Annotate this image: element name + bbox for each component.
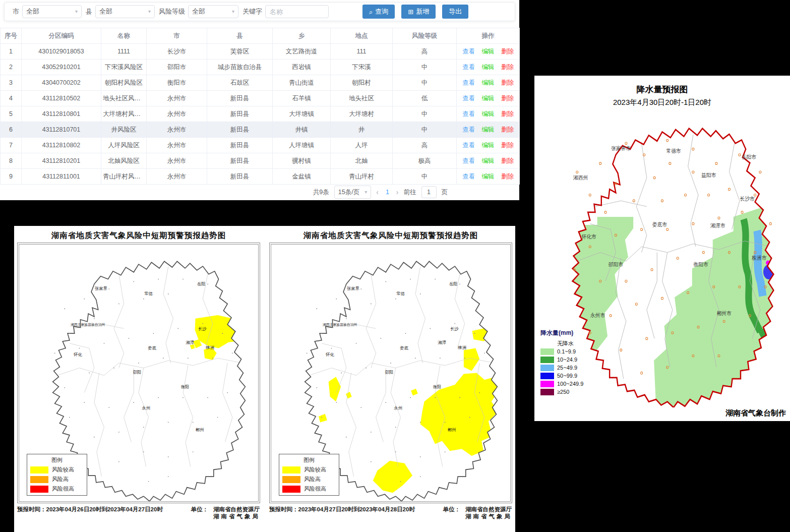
risk-level-select[interactable]: 全部 ▾ (188, 5, 238, 18)
header-town: 乡 (273, 28, 331, 44)
map-city-label: 永州 (142, 405, 150, 410)
cell-code: 43112811001 (22, 169, 101, 185)
edit-link[interactable]: 编辑 (482, 173, 495, 180)
edit-link[interactable]: 编辑 (482, 110, 495, 117)
cell-risk-level: 低 (393, 91, 457, 106)
legend-swatch (540, 381, 554, 387)
delete-link[interactable]: 删除 (501, 157, 514, 164)
forecast-time: 预报时间：2023年04月27日20时到2023年04月28日20时 (269, 506, 415, 520)
edit-link[interactable]: 编辑 (482, 79, 495, 86)
map-city-label: 常德 (396, 291, 405, 296)
cell-city: 永州市 (147, 122, 207, 138)
cell-actions: 查看 编辑 删除 (457, 138, 520, 153)
cell-risk-level: 中 (393, 106, 457, 122)
edit-link[interactable]: 编辑 (482, 95, 495, 102)
trend-maps-panel: 湖南省地质灾害气象风险中短期预警预报趋势图 张家界常德岳阳湘西土家族苗族自治州长… (14, 226, 515, 532)
cell-name: 青山坪村风险区 (101, 169, 147, 185)
cell-seq: 3 (1, 75, 22, 91)
delete-link[interactable]: 删除 (501, 79, 514, 86)
cell-place: 下宋溪 (331, 60, 393, 75)
cell-county: 新田县 (207, 106, 273, 122)
legend-item: 50~99.9 (540, 372, 606, 379)
delete-link[interactable]: 删除 (501, 110, 514, 117)
cell-code: 43112810701 (22, 122, 101, 138)
search-button[interactable]: ⌕ 查询 (362, 5, 395, 19)
cell-name: 地头社区风险区 (101, 91, 147, 106)
view-link[interactable]: 查看 (462, 64, 475, 71)
cell-code: 43112810201 (22, 153, 101, 169)
risk-level-select-value: 全部 (192, 7, 205, 16)
risk-legend: 图例 风险较高 风险高 风险很高 (27, 454, 87, 496)
edit-link[interactable]: 编辑 (482, 157, 495, 164)
view-link[interactable]: 查看 (462, 157, 475, 164)
page-suffix: 页 (442, 188, 448, 197)
map-city-label: 长沙 (198, 326, 207, 331)
delete-link[interactable]: 删除 (501, 173, 514, 180)
page-size-select[interactable]: 15条/页 ▾ (334, 186, 371, 199)
cell-town: 青山街道 (273, 75, 331, 91)
figure-footer: 预报时间：2023年04月27日20时到2023年04月28日20时 单位： 湖… (269, 506, 512, 520)
city-select[interactable]: 全部 ▾ (22, 5, 82, 18)
current-page[interactable]: 1 (384, 189, 391, 196)
edit-link[interactable]: 编辑 (482, 48, 495, 55)
cell-actions: 查看 编辑 删除 (457, 169, 520, 185)
map-city-label: 娄底市 (652, 222, 667, 228)
county-select[interactable]: 全部 ▾ (95, 5, 155, 18)
view-link[interactable]: 查看 (462, 95, 475, 102)
header-county: 县 (207, 28, 273, 44)
view-link[interactable]: 查看 (462, 48, 475, 55)
edit-link[interactable]: 编辑 (482, 126, 495, 133)
precip-map-subtitle: 2023年4月30日20时-1日20时 (534, 98, 790, 107)
legend-label: 风险较高 (304, 466, 326, 474)
view-link[interactable]: 查看 (462, 142, 475, 149)
map-city-label: 张家界 (347, 286, 359, 291)
chevron-down-icon: ▾ (148, 9, 151, 14)
table-row: 8 43112810201 北妯风险区 永州市 新田县 骥村镇 北妯 极高 查看… (1, 153, 520, 169)
cell-seq: 9 (1, 169, 22, 185)
legend-item: 风险很高 (30, 485, 84, 493)
goto-page-input[interactable] (421, 186, 437, 198)
view-link[interactable]: 查看 (462, 110, 475, 117)
cell-city: 邵阳市 (147, 60, 207, 75)
cell-risk-level: 高 (393, 44, 457, 60)
city-select-value: 全部 (26, 7, 39, 16)
cell-city: 永州市 (147, 153, 207, 169)
legend-item: 风险较高 (30, 466, 84, 474)
prev-page-button[interactable]: ‹ (376, 188, 379, 196)
map-city-label: 湘潭 (438, 340, 446, 345)
export-button[interactable]: 导出 (442, 5, 468, 19)
county-select-value: 全部 (99, 7, 112, 16)
cell-seq: 7 (1, 138, 22, 153)
legend-item: 0.1~9.9 (540, 348, 606, 355)
next-page-button[interactable]: › (396, 188, 399, 196)
view-link[interactable]: 查看 (462, 173, 475, 180)
cell-name: 大坪塘村风险区 (101, 106, 147, 122)
cell-code: 43112810502 (22, 91, 101, 106)
cell-seq: 6 (1, 122, 22, 138)
edit-link[interactable]: 编辑 (482, 64, 495, 71)
delete-link[interactable]: 删除 (501, 48, 514, 55)
view-link[interactable]: 查看 (462, 79, 475, 86)
view-link[interactable]: 查看 (462, 126, 475, 133)
map-city-label: 长沙市 (740, 196, 755, 202)
map-city-label: 张家界 (95, 286, 107, 291)
cell-county: 芙蓉区 (207, 44, 273, 60)
keyword-input[interactable] (265, 5, 329, 18)
edit-link[interactable]: 编辑 (482, 142, 495, 149)
add-button[interactable]: ⊞ 新增 (401, 5, 436, 19)
map-credit: 湖南省气象台制作 (725, 408, 786, 418)
delete-link[interactable]: 删除 (501, 64, 514, 71)
cell-town: 井镇 (273, 122, 331, 138)
cell-county: 城步苗族自治县 (207, 60, 273, 75)
delete-link[interactable]: 删除 (501, 126, 514, 133)
legend-label: ≥250 (557, 389, 569, 395)
header-place: 地点 (331, 28, 393, 44)
cell-code: 43112810801 (22, 106, 101, 122)
legend-swatch (282, 466, 300, 474)
cell-county: 石鼓区 (207, 75, 273, 91)
delete-link[interactable]: 删除 (501, 142, 514, 149)
cell-town: 金盆镇 (273, 169, 331, 185)
delete-link[interactable]: 删除 (501, 95, 514, 102)
cell-actions: 查看 编辑 删除 (457, 75, 520, 91)
map-city-label: 益阳市 (701, 172, 716, 179)
